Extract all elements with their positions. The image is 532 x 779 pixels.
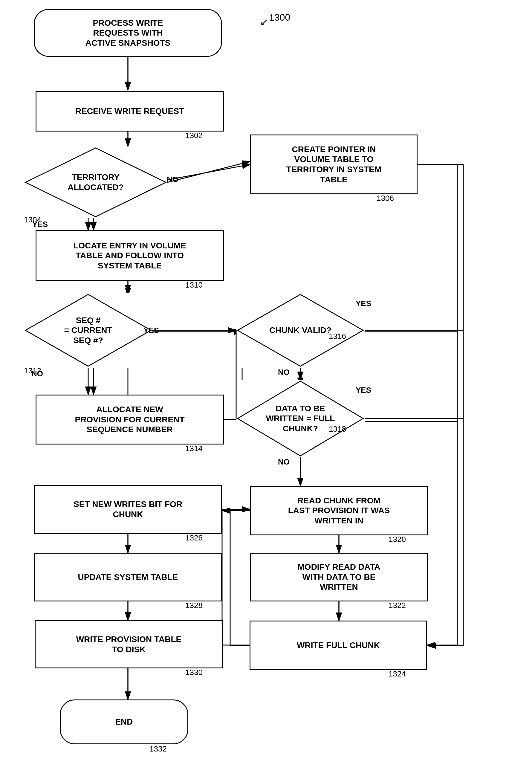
end-node: END bbox=[60, 700, 188, 744]
ref-1322: 1322 bbox=[389, 601, 406, 610]
chunk-yes-label: YES bbox=[356, 299, 371, 308]
create-pointer-label: CREATE POINTER INVOLUME TABLE TOTERRITOR… bbox=[286, 144, 381, 184]
seq-no-label: NO bbox=[32, 369, 43, 378]
seq-yes-label: YES bbox=[143, 326, 159, 335]
data-full-label: DATA TO BEWRITTEN = FULLCHUNK? bbox=[266, 404, 335, 434]
territory-yes-label: YES bbox=[32, 220, 48, 229]
modify-read-data: MODIFY READ DATAWITH DATA TO BEWRITTEN bbox=[250, 553, 428, 601]
set-new-writes: SET NEW WRITES BIT FORCHUNK bbox=[34, 485, 222, 534]
ref-1302: 1302 bbox=[185, 131, 202, 140]
flowchart-diagram: 1300 PROCESS WRITEREQUESTS WITHACTIVE SN… bbox=[0, 0, 532, 779]
write-full-label: WRITE FULL CHUNK bbox=[297, 640, 380, 651]
start-node: PROCESS WRITEREQUESTS WITHACTIVE SNAPSHO… bbox=[34, 9, 222, 57]
ref-1314: 1314 bbox=[185, 444, 202, 453]
locate-label: LOCATE ENTRY IN VOLUMETABLE AND FOLLOW I… bbox=[73, 241, 186, 271]
write-prov-label: WRITE PROVISION TABLETO DISK bbox=[76, 634, 182, 654]
set-new-label: SET NEW WRITES BIT FORCHUNK bbox=[73, 499, 182, 519]
ref-1324: 1324 bbox=[389, 669, 406, 678]
ref-1306: 1306 bbox=[376, 194, 394, 203]
ref-1310: 1310 bbox=[185, 280, 202, 290]
data-no-label: NO bbox=[278, 457, 290, 467]
chunk-valid-label: CHUNK VALID? bbox=[269, 325, 332, 336]
create-pointer: CREATE POINTER INVOLUME TABLE TOTERRITOR… bbox=[250, 134, 418, 194]
ref-1332: 1332 bbox=[150, 744, 167, 754]
end-label: END bbox=[115, 717, 133, 727]
svg-line-35 bbox=[167, 162, 250, 182]
read-chunk: READ CHUNK FROMLAST PROVISION IT WASWRIT… bbox=[250, 486, 428, 535]
ref-1320: 1320 bbox=[389, 535, 406, 544]
start-label: PROCESS WRITEREQUESTS WITHACTIVE SNAPSHO… bbox=[85, 18, 171, 48]
receive-label: RECEIVE WRITE REQUEST bbox=[75, 106, 184, 116]
ref-1326: 1326 bbox=[185, 533, 202, 543]
ref-1330: 1330 bbox=[185, 668, 202, 677]
chunk-no-label: NO bbox=[278, 368, 290, 377]
modify-label: MODIFY READ DATAWITH DATA TO BEWRITTEN bbox=[298, 562, 380, 592]
data-full-diamond: DATA TO BEWRITTEN = FULLCHUNK? bbox=[236, 380, 365, 457]
locate-entry: LOCATE ENTRY IN VOLUMETABLE AND FOLLOW I… bbox=[36, 230, 224, 281]
chunk-valid-diamond: CHUNK VALID? bbox=[236, 293, 365, 368]
territory-allocated-diamond: TERRITORYALLOCATED? bbox=[24, 146, 167, 218]
write-full-chunk: WRITE FULL CHUNK bbox=[249, 620, 427, 670]
write-provision-table: WRITE PROVISION TABLETO DISK bbox=[35, 620, 223, 668]
allocate-label: ALLOCATE NEWPROVISION FOR CURRENTSEQUENC… bbox=[75, 405, 184, 435]
data-yes-label: YES bbox=[356, 385, 371, 395]
seq-diamond: SEQ #= CURRENTSEQ #? bbox=[24, 293, 153, 368]
receive-write-request: RECEIVE WRITE REQUEST bbox=[36, 91, 224, 131]
allocate-provision: ALLOCATE NEWPROVISION FOR CURRENTSEQUENC… bbox=[36, 395, 224, 444]
territory-no-label: NO bbox=[167, 175, 178, 184]
update-system-table: UPDATE SYSTEM TABLE bbox=[34, 553, 222, 601]
seq-label: SEQ #= CURRENTSEQ #? bbox=[64, 315, 112, 346]
diagram-ref-arrow: ↙ bbox=[260, 16, 268, 28]
territory-label: TERRITORYALLOCATED? bbox=[67, 172, 124, 192]
update-sys-label: UPDATE SYSTEM TABLE bbox=[78, 572, 178, 582]
ref-1328: 1328 bbox=[185, 601, 202, 610]
read-chunk-label: READ CHUNK FROMLAST PROVISION IT WASWRIT… bbox=[288, 496, 390, 526]
ref-1300: 1300 bbox=[269, 12, 290, 23]
